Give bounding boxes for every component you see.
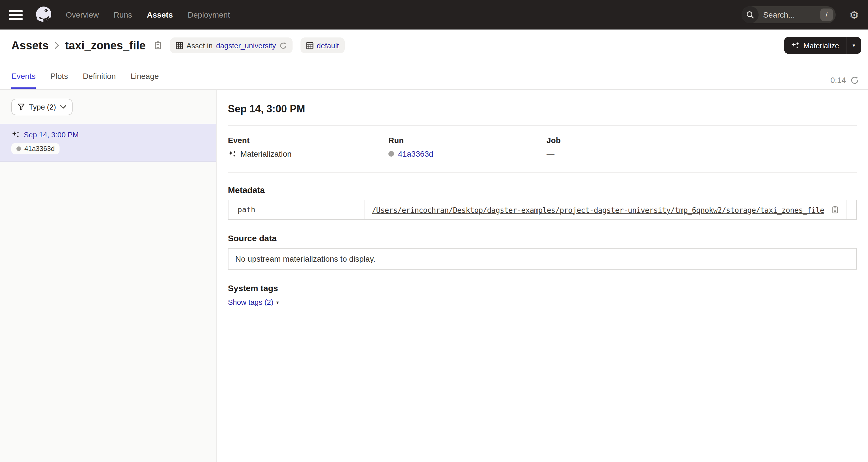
nav-overview[interactable]: Overview	[66, 10, 99, 19]
metadata-table: path /Users/erincochran/Desktop/dagster-…	[228, 200, 857, 220]
grid-icon	[306, 42, 313, 49]
job-label: Job	[547, 136, 857, 145]
materialize-button[interactable]: Materialize	[784, 37, 846, 54]
code-location-prefix: Asset in	[187, 41, 213, 50]
nav-assets[interactable]: Assets	[147, 10, 173, 19]
materialize-label: Materialize	[803, 41, 839, 50]
search-placeholder: Search...	[758, 10, 820, 19]
run-id-label: 41a3363d	[24, 145, 55, 153]
search-icon	[742, 6, 758, 23]
primary-nav: Overview Runs Assets Deployment	[66, 10, 230, 19]
show-tags-label: Show tags (2)	[228, 298, 273, 307]
type-filter-button[interactable]: Type (2)	[11, 99, 72, 115]
search-shortcut-key: /	[820, 8, 833, 21]
nav-deployment[interactable]: Deployment	[188, 10, 230, 19]
metadata-value-cell: /Users/erincochran/Desktop/dagster-examp…	[365, 200, 846, 219]
breadcrumb-assets[interactable]: Assets	[11, 39, 49, 52]
hamburger-menu-icon[interactable]	[9, 8, 23, 22]
source-data-empty-box: No upstream materializations to display.	[228, 248, 857, 269]
divider	[228, 125, 857, 126]
event-detail-panel: Sep 14, 3:00 PM Event Materialization Ru…	[217, 90, 868, 462]
type-filter-label: Type (2)	[29, 103, 56, 111]
run-status-dot	[17, 146, 21, 151]
materialize-split-button: Materialize ▾	[784, 37, 861, 54]
event-label: Event	[228, 136, 389, 145]
event-detail-title: Sep 14, 3:00 PM	[228, 103, 857, 115]
page-title: taxi_zones_file	[65, 39, 146, 52]
metadata-heading: Metadata	[228, 185, 857, 195]
group-tag: default	[300, 37, 344, 53]
run-column: Run 41a3363d	[389, 136, 547, 158]
event-list-item[interactable]: Sep 14, 3:00 PM 41a3363d	[0, 124, 216, 162]
code-location-link[interactable]: dagster_university	[216, 41, 276, 50]
materialization-sparkle-icon	[11, 131, 20, 139]
search-input[interactable]: Search... /	[742, 6, 836, 23]
event-type-value: Materialization	[240, 149, 292, 158]
metadata-spacer-cell	[846, 200, 857, 219]
materialization-sparkle-icon	[228, 149, 237, 158]
job-value: —	[547, 149, 555, 158]
dagster-logo-icon[interactable]	[34, 5, 53, 24]
event-column: Event Materialization	[228, 136, 389, 158]
event-list: Sep 14, 3:00 PM 41a3363d	[0, 124, 216, 162]
chevron-right-icon	[54, 41, 59, 49]
events-sidebar: Type (2) Sep 14, 3:00 PM 41a3363d	[0, 90, 217, 462]
breadcrumb: Assets taxi_zones_file	[11, 39, 162, 52]
reload-location-icon[interactable]	[279, 42, 287, 49]
run-label: Run	[389, 136, 547, 145]
group-link[interactable]: default	[317, 41, 339, 50]
metadata-key-cell: path	[228, 200, 365, 219]
copy-asset-name-icon[interactable]	[154, 41, 162, 50]
run-id-link[interactable]: 41a3363d	[398, 149, 433, 158]
run-id-badge[interactable]: 41a3363d	[11, 143, 60, 154]
tab-plots[interactable]: Plots	[51, 61, 68, 89]
tab-definition[interactable]: Definition	[83, 61, 116, 89]
source-data-empty-message: No upstream materializations to display.	[235, 254, 375, 263]
system-tags-heading: System tags	[228, 283, 857, 293]
job-column: Job —	[547, 136, 857, 158]
gear-icon[interactable]: ⚙	[849, 9, 859, 20]
chevron-down-icon	[60, 105, 66, 109]
app-root: Overview Runs Assets Deployment Search..…	[0, 0, 868, 462]
code-location-tag: Asset in dagster_university	[170, 37, 292, 53]
refresh-icon[interactable]	[850, 76, 859, 84]
source-data-heading: Source data	[228, 233, 857, 243]
sparkle-icon	[791, 41, 799, 50]
show-tags-toggle[interactable]: Show tags (2) ▾	[228, 298, 279, 307]
copy-path-icon[interactable]	[831, 205, 839, 214]
tab-bar: Events Plots Definition Lineage 0:14	[0, 61, 868, 90]
materialize-dropdown-button[interactable]: ▾	[846, 37, 861, 54]
grid-icon	[176, 42, 183, 49]
event-timestamp-link[interactable]: Sep 14, 3:00 PM	[24, 131, 79, 139]
event-info-grid: Event Materialization Run 41a3363d Job —	[228, 136, 857, 158]
filter-icon	[18, 103, 25, 111]
caret-down-icon: ▾	[276, 299, 279, 305]
tab-events[interactable]: Events	[11, 61, 36, 89]
auto-refresh: 0:14	[831, 76, 859, 85]
tab-lineage[interactable]: Lineage	[131, 61, 159, 89]
table-row: path /Users/erincochran/Desktop/dagster-…	[228, 200, 857, 219]
page-header: Assets taxi_zones_file Asset in dagster_…	[0, 30, 868, 61]
top-nav: Overview Runs Assets Deployment Search..…	[0, 0, 868, 30]
divider	[228, 172, 857, 173]
refresh-countdown: 0:14	[831, 76, 846, 85]
nav-runs[interactable]: Runs	[114, 10, 132, 19]
path-link[interactable]: /Users/erincochran/Desktop/dagster-examp…	[372, 206, 824, 214]
content-area: Type (2) Sep 14, 3:00 PM 41a3363d	[0, 90, 868, 462]
run-status-dot	[389, 151, 394, 157]
